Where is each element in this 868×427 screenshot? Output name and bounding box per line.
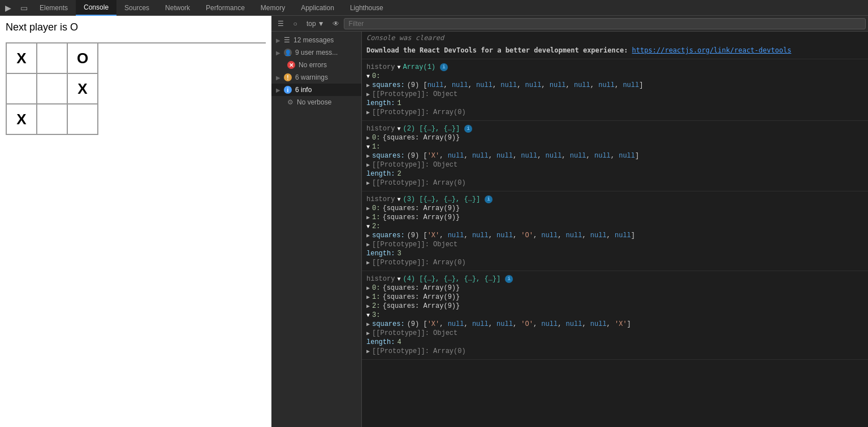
sidebar-info[interactable]: ▶ i 6 info bbox=[271, 84, 361, 96]
idx-0: 0: bbox=[372, 72, 380, 80]
cell-8[interactable] bbox=[68, 104, 98, 135]
cell-4[interactable] bbox=[37, 74, 68, 104]
clear-console-icon[interactable]: ○ bbox=[288, 17, 302, 30]
tab-network[interactable]: Network bbox=[157, 0, 198, 16]
exp-3-2[interactable]: ▼ bbox=[366, 224, 370, 230]
exp-2-1-sq[interactable]: ▶ bbox=[366, 152, 370, 159]
length-key-2: length: bbox=[366, 170, 395, 178]
console-output[interactable]: Console was cleared Download the React D… bbox=[362, 32, 868, 427]
expand-4[interactable]: ▼ bbox=[397, 276, 400, 282]
arrow-icon: ▶ bbox=[276, 37, 280, 43]
idx-3-0: 0: bbox=[372, 204, 380, 212]
array-label-1: Array(1) bbox=[403, 63, 435, 71]
exp-2-ap[interactable]: ▶ bbox=[366, 180, 370, 186]
cell-7[interactable] bbox=[37, 104, 68, 135]
exp-4-3[interactable]: ▼ bbox=[366, 312, 370, 319]
devtools-panel: ☰ ○ top ▼ 👁 ▶ ☰ 12 messages ▶ 👤 bbox=[271, 16, 868, 427]
h4-3-proto: ▶ [[Prototype]]: Object bbox=[366, 329, 863, 338]
expand-2[interactable]: ▼ bbox=[397, 126, 400, 132]
idx-2-1: 1: bbox=[372, 143, 380, 151]
sq-val-2: (9) ['X', null, null, null, null, null, … bbox=[407, 152, 640, 160]
exp-4-2[interactable]: ▶ bbox=[366, 303, 370, 310]
sidebar-warnings[interactable]: ▶ ! 6 warnings bbox=[271, 71, 361, 84]
cell-3[interactable] bbox=[7, 74, 37, 104]
tab-console[interactable]: Console bbox=[76, 0, 116, 16]
exp-3-1[interactable]: ▶ bbox=[366, 214, 370, 221]
h4-2: ▶ 2: {squares: Array(9)} bbox=[366, 302, 863, 311]
sidebar-errors[interactable]: ✕ No errors bbox=[271, 59, 361, 71]
history-entry-1: history ▼ Array(1) i ▼ 0: ▶ squares: (9)… bbox=[362, 59, 868, 121]
cell-6[interactable]: X bbox=[7, 104, 37, 135]
info-badge-3: i bbox=[485, 195, 493, 203]
download-message: Download the React DevTools for a better… bbox=[362, 44, 868, 59]
proto-obj: [[Prototype]]: Object bbox=[372, 90, 457, 98]
expand-1-ap[interactable]: ▶ bbox=[366, 109, 370, 116]
console-toolbar: ☰ ○ top ▼ 👁 bbox=[271, 16, 868, 32]
sq-label: squares: bbox=[372, 81, 405, 89]
tab-memory[interactable]: Memory bbox=[253, 0, 293, 16]
mobile-icon[interactable]: ▭ bbox=[16, 0, 32, 16]
tab-application[interactable]: Application bbox=[293, 0, 342, 16]
proto-3-2: [[Prototype]]: Object bbox=[372, 241, 457, 249]
exp-3-2-p[interactable]: ▶ bbox=[366, 241, 370, 248]
react-devtools-link[interactable]: https://reactjs.org/link/react-devtools bbox=[632, 46, 792, 54]
expand-1-sq[interactable]: ▶ bbox=[366, 82, 370, 89]
context-dropdown[interactable]: top ▼ bbox=[303, 19, 328, 29]
expand-1-0[interactable]: ▼ bbox=[366, 73, 370, 80]
cell-0[interactable]: X bbox=[7, 43, 37, 74]
sidebar-messages[interactable]: ▶ ☰ 12 messages bbox=[271, 34, 361, 46]
idx-4-1: 1: bbox=[372, 293, 380, 301]
cell-1[interactable] bbox=[37, 43, 68, 74]
arr-proto-3: [[Prototype]]: Array(0) bbox=[372, 259, 466, 267]
history-label-4: history bbox=[366, 275, 395, 283]
length-val-4: 4 bbox=[397, 338, 401, 346]
tab-sources[interactable]: Sources bbox=[116, 0, 157, 16]
expand-1[interactable]: ▼ bbox=[397, 64, 400, 71]
inspect-icon[interactable]: ▶ bbox=[0, 0, 16, 16]
dropdown-arrow-icon: ▼ bbox=[318, 20, 325, 28]
history-entry-3: history ▼ (3) [{…}, {…}, {…}] i ▶ 0: {sq… bbox=[362, 191, 868, 271]
tab-performance[interactable]: Performance bbox=[198, 0, 253, 16]
exp-4-3-sq[interactable]: ▶ bbox=[366, 321, 370, 328]
h2-arr-proto: ▶ [[Prototype]]: Array(0) bbox=[366, 178, 863, 188]
idx-4-3: 3: bbox=[372, 311, 380, 319]
h1-squares: ▶ squares: (9) [null, null, null, null, … bbox=[366, 81, 863, 90]
eye-icon[interactable]: 👁 bbox=[329, 17, 343, 30]
history-2-header: history ▼ (2) [{…}, {…}] i bbox=[366, 124, 863, 133]
idx-2-0: 0: bbox=[372, 134, 380, 142]
exp-3-ap[interactable]: ▶ bbox=[366, 259, 370, 266]
sidebar-verbose[interactable]: ⚙ No verbose bbox=[271, 96, 361, 108]
exp-2-1-p[interactable]: ▶ bbox=[366, 162, 370, 168]
exp-4-0[interactable]: ▶ bbox=[366, 285, 370, 291]
tab-elements[interactable]: Elements bbox=[32, 0, 76, 16]
expand-3[interactable]: ▼ bbox=[397, 197, 400, 203]
exp-4-ap[interactable]: ▶ bbox=[366, 348, 370, 355]
user-icon: 👤 bbox=[284, 49, 292, 56]
exp-3-0[interactable]: ▶ bbox=[366, 205, 370, 212]
cell-2[interactable]: O bbox=[68, 43, 98, 74]
array-label-2: (2) [{…}, {…}] bbox=[403, 125, 460, 133]
arr-proto-1: [[Prototype]]: Array(0) bbox=[372, 108, 466, 116]
devtools-tabs: ▶ ▭ Elements Console Sources Network Per… bbox=[0, 0, 868, 16]
sidebar-user-messages[interactable]: ▶ 👤 9 user mess... bbox=[271, 46, 361, 59]
exp-4-3-p[interactable]: ▶ bbox=[366, 330, 370, 337]
val-3-1: {squares: Array(9)} bbox=[382, 213, 460, 221]
history-3-header: history ▼ (3) [{…}, {…}, {…}] i bbox=[366, 195, 863, 204]
exp-3-2-sq[interactable]: ▶ bbox=[366, 232, 370, 239]
cell-5[interactable]: X bbox=[68, 74, 98, 104]
h3-2-header: ▼ 2: bbox=[366, 222, 863, 231]
expand-1-p[interactable]: ▶ bbox=[366, 91, 370, 98]
tab-lighthouse[interactable]: Lighthouse bbox=[342, 0, 391, 16]
h4-length: length: 4 bbox=[366, 338, 863, 347]
arr-proto-4: [[Prototype]]: Array(0) bbox=[372, 347, 466, 355]
exp-4-1[interactable]: ▶ bbox=[366, 294, 370, 300]
user-messages-label: 9 user mess... bbox=[295, 49, 338, 56]
exp-2-1[interactable]: ▼ bbox=[366, 144, 370, 150]
sidebar-toggle-icon[interactable]: ☰ bbox=[274, 17, 287, 30]
h3-length: length: 3 bbox=[366, 249, 863, 258]
h2-length: length: 2 bbox=[366, 169, 863, 178]
h3-1: ▶ 1: {squares: Array(9)} bbox=[366, 213, 863, 222]
filter-input[interactable] bbox=[344, 18, 866, 29]
exp-2-0[interactable]: ▶ bbox=[366, 134, 370, 141]
info-label: 6 info bbox=[295, 86, 312, 94]
